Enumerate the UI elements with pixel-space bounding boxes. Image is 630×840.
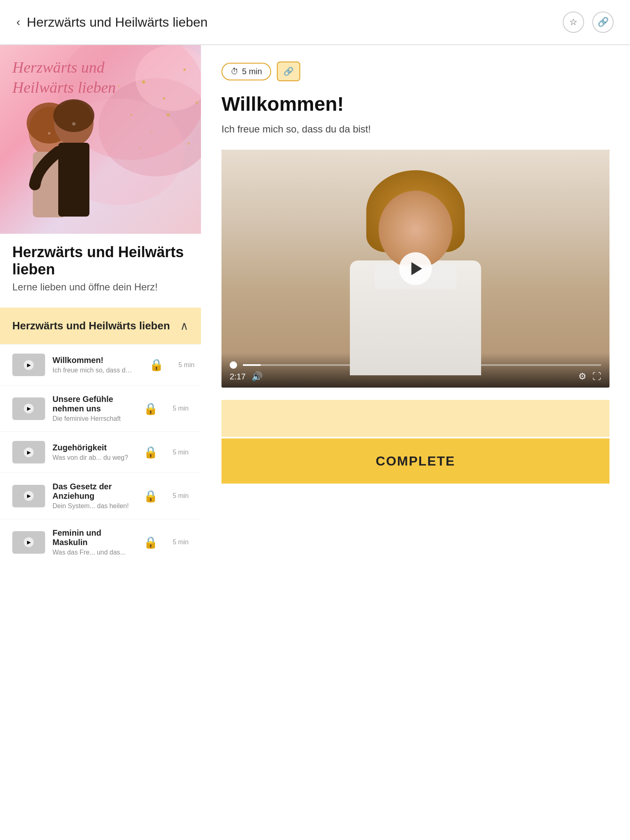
lesson-thumbnail: ▶ [12,441,45,463]
course-title: Herzwärts und Heilwärts lieben [12,244,189,278]
list-item[interactable]: ▶ Das Gesetz der Anziehung Dein System..… [0,472,201,519]
lesson-title: Das Gesetz der Anziehung [52,482,129,501]
lesson-description: Ich freue mich so, dass du da bist! [52,367,135,374]
section-header-title: Herzwärts und Heilwärts lieben [12,320,170,332]
lock-icon: 🔒 [144,489,158,503]
progress-handle[interactable] [230,361,237,369]
lesson-description: Was das Fre... und das... [52,549,129,556]
thumb-play-icon: ▶ [24,360,34,370]
meta-badges: ⏱ 5 min 🔗 [221,62,609,81]
header-title: Herzwärts und Heilwärts lieben [27,15,208,30]
complete-button-label: COMPLETE [376,454,455,468]
couple-figure-svg [4,94,119,234]
course-cover-image: Herzwärts und Heilwärts lieben [0,45,201,234]
lock-icon: 🔒 [149,358,164,372]
header-right: ☆ 🔗 [563,11,614,33]
section-accordion: Herzwärts und Heilwärts lieben ∧ [0,308,201,344]
lesson-description: Dein System... das heilen! [52,502,129,510]
duration-badge: ⏱ 5 min [221,63,271,80]
svg-point-10 [118,85,120,87]
lesson-title: Willkommen! [52,356,135,365]
video-player[interactable]: 2:17 🔊 ⚙ ⛶ [221,150,609,388]
thumb-inner: ▶ [12,441,45,463]
lesson-duration: 5 min [173,449,189,456]
svg-point-20 [72,122,75,126]
thumb-inner: ▶ [12,531,45,554]
lock-icon: 🔒 [144,402,158,415]
list-item[interactable]: ▶ Willkommen! Ich freue mich so, dass du… [0,344,201,385]
link-badge[interactable]: 🔗 [277,62,300,81]
lesson-thumbnail: ▶ [12,485,45,507]
svg-point-6 [130,114,132,116]
list-item[interactable]: ▶ Zugehörigkeit Was von dir ab... du weg… [0,431,201,472]
lesson-list: ▶ Willkommen! Ich freue mich so, dass du… [0,344,201,565]
secondary-button[interactable] [221,400,609,437]
back-button[interactable]: ‹ [16,16,20,29]
cover-text: Herzwärts und Heilwärts lieben [12,57,116,98]
svg-point-5 [163,97,165,100]
thumb-play-icon: ▶ [24,447,34,457]
chevron-up-icon: ∧ [180,319,189,333]
thumb-play-icon: ▶ [24,537,34,547]
content-description: Ich freue mich so, dass du da bist! [221,123,609,135]
lesson-info: Zugehörigkeit Was von dir ab... du weg? [52,443,129,461]
lesson-info: Willkommen! Ich freue mich so, dass du d… [52,356,135,374]
svg-point-8 [151,130,153,132]
thumb-play-icon: ▶ [24,491,34,501]
bookmark-button[interactable]: ☆ [563,11,584,33]
link-icon: 🔗 [283,66,294,76]
thumb-play-icon: ▶ [24,404,34,413]
volume-icon[interactable]: 🔊 [251,371,262,382]
list-item[interactable]: ▶ Feminin und Maskulin Was das Fre... un… [0,519,201,565]
header-left: ‹ Herzwärts und Heilwärts lieben [16,15,208,30]
lesson-duration: 5 min [173,405,189,412]
header: ‹ Herzwärts und Heilwärts lieben ☆ 🔗 [0,0,630,45]
svg-point-7 [183,68,186,71]
lesson-thumbnail: ▶ [12,397,45,420]
thumb-inner: ▶ [12,354,45,376]
lesson-description: Die feminive Herrschaft [52,415,129,422]
svg-point-4 [142,80,145,84]
lesson-title: Feminin und Maskulin [52,528,129,547]
complete-button[interactable]: COMPLETE [221,438,609,484]
lesson-duration: 5 min [173,539,189,546]
course-info: Herzwärts und Heilwärts lieben Lerne lie… [0,234,201,299]
bottom-buttons: COMPLETE [221,400,609,484]
lesson-description: Was von dir ab... du weg? [52,454,129,461]
lesson-title: Zugehörigkeit [52,443,129,452]
lesson-info: Unsere Gefühle nehmen uns Die feminive H… [52,395,129,422]
clock-icon: ⏱ [231,67,239,76]
settings-icon[interactable]: ⚙ [578,371,587,382]
time-display: 2:17 [230,372,246,381]
svg-point-9 [167,113,170,116]
fullscreen-icon[interactable]: ⛶ [592,371,601,382]
main-content: Herzwärts und Heilwärts lieben [0,45,630,565]
svg-point-13 [187,142,190,145]
list-item[interactable]: ▶ Unsere Gefühle nehmen uns Die feminive… [0,385,201,431]
content-title: Willkommen! [221,93,609,115]
thumb-inner: ▶ [12,397,45,420]
svg-point-21 [48,132,50,135]
duration-label: 5 min [242,67,262,76]
lock-icon: 🔒 [144,536,158,549]
section-header[interactable]: Herzwärts und Heilwärts lieben ∧ [0,308,201,344]
lesson-duration: 5 min [178,361,194,369]
lesson-title: Unsere Gefühle nehmen uns [52,395,129,413]
lesson-info: Das Gesetz der Anziehung Dein System... … [52,482,129,510]
share-icon: 🔗 [598,17,609,27]
course-subtitle: Lerne lieben und öffne dein Herz! [12,281,189,293]
lesson-info: Feminin und Maskulin Was das Fre... und … [52,528,129,556]
share-button[interactable]: 🔗 [592,11,614,33]
lesson-thumbnail: ▶ [12,354,45,376]
right-panel: ⏱ 5 min 🔗 Willkommen! Ich freue mich so,… [201,45,630,565]
bookmark-icon: ☆ [569,17,578,27]
lesson-thumbnail: ▶ [12,531,45,554]
play-triangle-icon [411,262,422,275]
left-panel: Herzwärts und Heilwärts lieben [0,45,201,565]
progress-fill [243,364,261,366]
svg-point-11 [196,101,198,104]
svg-point-12 [139,147,140,148]
play-button[interactable] [399,252,432,285]
lock-icon: 🔒 [144,445,158,459]
svg-point-18 [53,99,94,132]
